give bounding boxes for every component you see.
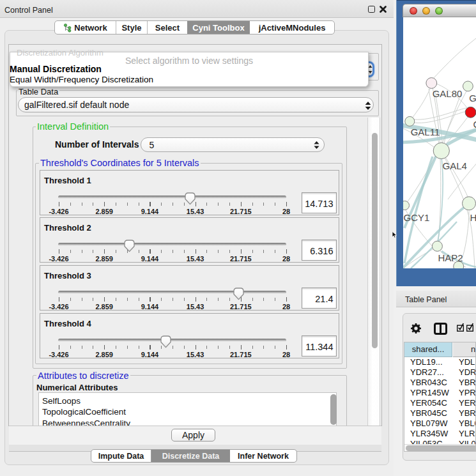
svg-text:GAL4: GAL4: [443, 160, 467, 171]
svg-text:GAL80: GAL80: [433, 88, 463, 99]
svg-text:C: C: [473, 119, 476, 130]
svg-text:G.: G.: [469, 93, 476, 104]
svg-text:HAP2: HAP2: [438, 252, 463, 263]
svg-text:GAL11: GAL11: [411, 127, 440, 137]
svg-text:GCY1: GCY1: [404, 212, 430, 223]
svg-text:H: H: [470, 212, 476, 223]
